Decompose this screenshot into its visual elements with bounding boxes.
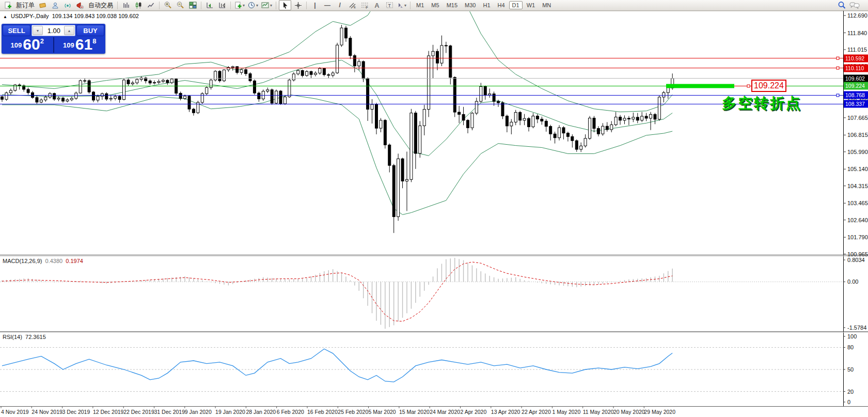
separator [410, 2, 411, 9]
zoom-out-button[interactable] [175, 1, 186, 10]
price-axis-tick: 103.465 [847, 200, 868, 206]
profile-button[interactable] [50, 1, 61, 10]
date-label: 24 Nov 2019 [31, 409, 62, 415]
candlestick-layer [1, 25, 674, 233]
autotrading-icon [76, 2, 84, 9]
zoom-in-icon [164, 1, 172, 9]
new-order-icon [4, 2, 12, 9]
profile-icon [52, 2, 59, 9]
price-tag-108.768: 108.768 [844, 91, 868, 99]
zoom-in-button[interactable] [162, 1, 173, 10]
candlestick-button[interactable] [133, 1, 144, 10]
buy-price-big: 61 [75, 37, 92, 52]
dropdown-caret-icon: ▾ [404, 3, 406, 8]
signals-button[interactable] [62, 1, 73, 10]
tab-timeframe-m15[interactable]: M15 [444, 1, 461, 9]
rsi-axis-tick: 100 [847, 333, 857, 339]
bar-chart-button[interactable] [120, 1, 132, 10]
price-axis-tick: 100.965 [847, 251, 868, 257]
arrows-tool[interactable]: ▾ [396, 1, 407, 10]
separator [117, 2, 118, 9]
buy-price[interactable]: 109 61 8 [54, 37, 106, 53]
channel-tool[interactable]: E [346, 1, 358, 10]
date-label: 1 May 2020 [552, 409, 580, 415]
macd-signal-line [2, 262, 672, 321]
candlestick-icon [135, 2, 142, 9]
price-axis-tick: 111.840 [847, 30, 867, 36]
bar-chart-icon [122, 2, 130, 9]
dropdown-caret-icon: ▾ [270, 3, 272, 8]
volume-decrease-button[interactable]: ▼ [33, 26, 43, 35]
price-callout-label[interactable]: 109.224 [751, 80, 786, 92]
price-axis-tick: 112.690 [847, 12, 867, 19]
date-label: 5 Mar 2020 [369, 409, 396, 415]
date-label: 28 Jan 2020 [246, 409, 276, 415]
search-button[interactable] [836, 1, 847, 10]
sell-button[interactable]: SELL [3, 25, 30, 36]
sell-price-big: 60 [23, 37, 40, 52]
funds-button[interactable] [37, 1, 49, 10]
fibonacci-tool[interactable]: F [359, 1, 370, 10]
rsi-axis-tick: 80 [847, 344, 854, 350]
price-axis-tick: 102.640 [847, 217, 868, 223]
signals-icon [64, 2, 72, 9]
new-order-button[interactable] [2, 1, 13, 10]
macd-name: MACD(12,26,9) [3, 258, 42, 264]
svg-text:E: E [354, 6, 356, 9]
price-tag-109.602: 109.602 [844, 74, 868, 82]
tab-timeframe-mn[interactable]: MN [539, 1, 554, 9]
volume-increase-button[interactable]: ▲ [64, 26, 74, 35]
date-label: 15 Mar 2020 [399, 409, 430, 415]
trendline-tool[interactable]: / [334, 1, 345, 10]
add-indicator-icon [234, 2, 242, 9]
sell-price[interactable]: 109 60 2 [2, 37, 54, 53]
tab-timeframe-m1[interactable]: M1 [413, 1, 427, 9]
rsi-name: RSI(14) [3, 334, 22, 340]
bollinger-middle [2, 60, 672, 156]
autotrading-label[interactable]: 自动交易 [87, 1, 115, 10]
tab-timeframe-m30[interactable]: M30 [462, 1, 479, 9]
line-chart-button[interactable] [145, 1, 156, 10]
tile-windows-button[interactable] [187, 1, 198, 10]
rsi-axis-tick: 0 [847, 399, 850, 405]
new-order-label[interactable]: 新订单 [14, 1, 36, 10]
text-tool[interactable]: A [371, 1, 383, 10]
tab-timeframe-h1[interactable]: H1 [480, 1, 493, 9]
auto-scroll-button[interactable] [204, 1, 215, 10]
template-icon [261, 2, 270, 9]
chinese-annotation[interactable]: 多空转折点 [722, 94, 802, 113]
vertical-line-tool[interactable]: | [309, 1, 321, 10]
buy-button[interactable]: BUY [76, 25, 104, 36]
chart-canvas[interactable] [0, 0, 868, 417]
cursor-button[interactable] [279, 0, 291, 10]
separator [201, 2, 201, 9]
date-label: 20 May 2020 [613, 409, 645, 415]
chart-shift-button[interactable] [216, 1, 228, 10]
volume-value[interactable]: 1.00 [43, 25, 64, 36]
crosshair-button[interactable] [292, 1, 304, 10]
chart-ohlc-values: 109.134 109.843 109.038 109.602 [52, 13, 139, 19]
tab-timeframe-d1[interactable]: D1 [509, 1, 523, 9]
tab-timeframe-w1[interactable]: W1 [524, 1, 539, 9]
zoom-out-icon [176, 1, 184, 9]
text-label-tool[interactable]: T [384, 1, 395, 10]
text-label-icon: T [386, 2, 393, 9]
date-label: 19 Jan 2020 [215, 409, 245, 415]
separator [230, 2, 231, 9]
templates-button[interactable]: ▾ [260, 1, 273, 10]
price-axis-tick: 107.665 [847, 115, 868, 121]
tab-timeframe-m5[interactable]: M5 [428, 1, 442, 9]
rsi-axis-tick: 50 [847, 366, 854, 373]
macd-axis-tick: 0.8034 [847, 257, 865, 263]
chat-button[interactable] [848, 1, 861, 10]
date-label: 31 Dec 2019 [154, 409, 185, 415]
horizontal-line-tool[interactable]: — [322, 1, 333, 10]
tab-timeframe-h4[interactable]: H4 [495, 1, 508, 9]
periods-button[interactable]: ▾ [247, 1, 259, 10]
autotrading-button[interactable] [74, 1, 86, 10]
fibonacci-icon: F [361, 2, 369, 9]
sell-price-small: 109 [11, 39, 22, 52]
separator [306, 2, 307, 9]
add-indicator-button[interactable]: ▾ [233, 1, 246, 10]
price-axis-tick: 106.815 [847, 132, 868, 138]
